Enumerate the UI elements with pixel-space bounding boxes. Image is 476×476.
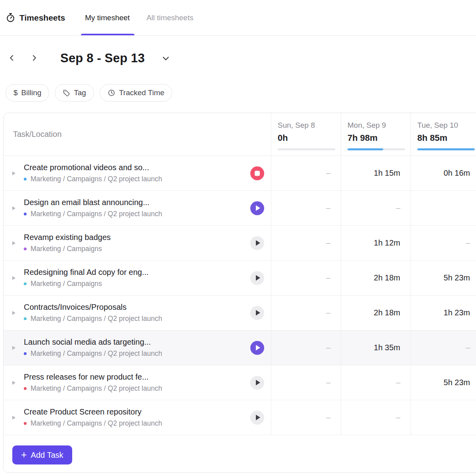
table-row[interactable]: Launch social media ads targeting... Mar… bbox=[4, 330, 476, 365]
task-cell: Create Product Screen repository Marketi… bbox=[4, 400, 271, 435]
breadcrumb-text: Marketing / Campaigns / Q2 project launc… bbox=[31, 315, 162, 323]
caret-right-icon[interactable] bbox=[12, 276, 15, 280]
time-cell-mon[interactable]: 1h 15m bbox=[341, 156, 411, 190]
timer-button[interactable] bbox=[250, 166, 264, 180]
caret-right-icon[interactable] bbox=[12, 206, 15, 210]
task-cell: Design an email blast announcing... Mark… bbox=[4, 191, 271, 225]
table-row[interactable]: Revamp existing badges Marketing / Campa… bbox=[4, 226, 476, 261]
add-task-button[interactable]: + Add Task bbox=[12, 445, 72, 464]
table-row[interactable]: Redesigning final Ad copy for eng... Mar… bbox=[4, 261, 476, 296]
time-cell-tue[interactable]: 1h 23m bbox=[411, 296, 476, 330]
timer-state-icon bbox=[256, 205, 260, 211]
timer-button[interactable] bbox=[250, 236, 264, 250]
time-cell-sun[interactable]: – bbox=[271, 400, 341, 435]
task-title[interactable]: Contracts/Invoices/Proposals bbox=[24, 303, 162, 312]
timer-button[interactable] bbox=[250, 271, 264, 285]
table-row[interactable]: Contracts/Invoices/Proposals Marketing /… bbox=[4, 296, 476, 330]
time-cell-tue[interactable] bbox=[411, 191, 476, 225]
clock-icon bbox=[107, 89, 115, 97]
task-cell: Redesigning final Ad copy for eng... Mar… bbox=[4, 261, 271, 295]
time-cell-sun[interactable]: – bbox=[271, 261, 341, 295]
tab-my-timesheet[interactable]: My timesheet bbox=[85, 0, 130, 35]
time-cell-tue[interactable]: 5h 23m bbox=[411, 365, 476, 400]
timer-state-icon bbox=[255, 171, 260, 176]
table-footer: + Add Task bbox=[4, 435, 476, 472]
timer-button[interactable] bbox=[250, 201, 264, 215]
date-range-dropdown[interactable]: Sep 8 - Sep 13 bbox=[60, 51, 170, 65]
time-cell-mon[interactable]: 1h 35m bbox=[341, 330, 411, 365]
time-cell-mon[interactable]: 2h 18m bbox=[341, 261, 411, 295]
time-cell-tue[interactable]: – bbox=[411, 330, 476, 365]
caret-right-icon[interactable] bbox=[12, 311, 15, 315]
task-title[interactable]: Launch social media ads targeting... bbox=[24, 338, 162, 347]
task-title[interactable]: Revamp existing badges bbox=[24, 233, 111, 242]
task-cell: Create promotional videos and so... Mark… bbox=[4, 156, 271, 190]
time-cell-mon[interactable]: 2h 18m bbox=[341, 296, 411, 330]
timesheet-table: Task/Location Sun, Sep 8 0h Mon, Sep 9 7… bbox=[3, 113, 476, 473]
time-cell-tue[interactable] bbox=[411, 400, 476, 435]
day-progress-fill bbox=[417, 148, 475, 150]
tracked-time-filter-chip[interactable]: Tracked Time bbox=[100, 84, 172, 102]
time-cell-mon[interactable]: – bbox=[341, 400, 411, 435]
task-breadcrumb: Marketing / Campaigns bbox=[24, 280, 149, 288]
day-total: 0h bbox=[278, 133, 335, 143]
breadcrumb-text: Marketing / Campaigns / Q2 project launc… bbox=[31, 384, 162, 393]
day-progress-track bbox=[278, 148, 335, 150]
add-task-label: Add Task bbox=[31, 451, 63, 460]
table-row[interactable]: Create Product Screen repository Marketi… bbox=[4, 400, 476, 435]
chevron-left-icon bbox=[8, 54, 15, 63]
task-title[interactable]: Press releases for new product fe... bbox=[24, 372, 162, 382]
day-label: Tue, Sep 10 bbox=[417, 121, 475, 130]
task-column-header: Task/Location bbox=[4, 113, 271, 155]
project-dot-icon bbox=[24, 248, 27, 250]
time-cell-mon[interactable]: – bbox=[341, 365, 411, 400]
time-cell-sun[interactable]: – bbox=[271, 296, 341, 330]
time-cell-sun[interactable]: – bbox=[271, 191, 341, 225]
caret-right-icon[interactable] bbox=[12, 416, 15, 420]
billing-filter-chip[interactable]: $ Billing bbox=[6, 84, 49, 102]
tag-filter-chip[interactable]: Tag bbox=[55, 84, 94, 102]
breadcrumb-text: Marketing / Campaigns / Q2 project launc… bbox=[31, 175, 162, 183]
caret-right-icon[interactable] bbox=[12, 171, 15, 175]
task-breadcrumb: Marketing / Campaigns / Q2 project launc… bbox=[24, 384, 162, 393]
dollar-icon: $ bbox=[13, 88, 18, 97]
timer-button[interactable] bbox=[250, 306, 264, 320]
task-breadcrumb: Marketing / Campaigns / Q2 project launc… bbox=[24, 419, 162, 428]
time-cell-tue[interactable]: – bbox=[411, 226, 476, 260]
time-cell-tue[interactable]: 0h 16m bbox=[411, 156, 476, 190]
caret-right-icon[interactable] bbox=[12, 381, 15, 385]
time-cell-tue[interactable]: 5h 23m bbox=[411, 261, 476, 295]
time-cell-sun[interactable]: – bbox=[271, 365, 341, 400]
table-row[interactable]: Create promotional videos and so... Mark… bbox=[4, 156, 476, 191]
caret-right-icon[interactable] bbox=[12, 346, 15, 350]
time-cell-mon[interactable]: – bbox=[341, 191, 411, 225]
next-week-button[interactable] bbox=[26, 50, 42, 66]
task-cell: Press releases for new product fe... Mar… bbox=[4, 365, 271, 400]
timer-state-icon bbox=[256, 240, 260, 246]
time-cell-sun[interactable]: – bbox=[271, 330, 341, 365]
task-title[interactable]: Create Product Screen repository bbox=[24, 407, 162, 416]
task-title[interactable]: Create promotional videos and so... bbox=[24, 163, 162, 172]
timer-state-icon bbox=[256, 380, 260, 386]
task-title[interactable]: Redesigning final Ad copy for eng... bbox=[24, 268, 149, 277]
time-cell-sun[interactable]: – bbox=[271, 156, 341, 190]
table-row[interactable]: Design an email blast announcing... Mark… bbox=[4, 191, 476, 226]
day-progress-fill bbox=[347, 148, 383, 150]
task-title[interactable]: Design an email blast announcing... bbox=[24, 198, 162, 207]
time-cell-sun[interactable]: – bbox=[271, 226, 341, 260]
caret-right-icon[interactable] bbox=[12, 241, 15, 245]
plus-icon: + bbox=[21, 449, 27, 461]
tracked-time-chip-label: Tracked Time bbox=[119, 88, 164, 97]
prev-week-button[interactable] bbox=[4, 50, 20, 66]
time-cell-mon[interactable]: 1h 12m bbox=[341, 226, 411, 260]
table-row[interactable]: Press releases for new product fe... Mar… bbox=[4, 365, 476, 400]
timer-button[interactable] bbox=[250, 341, 264, 355]
task-breadcrumb: Marketing / Campaigns bbox=[24, 245, 111, 253]
task-cell: Revamp existing badges Marketing / Campa… bbox=[4, 226, 271, 260]
table-header: Task/Location Sun, Sep 8 0h Mon, Sep 9 7… bbox=[4, 113, 476, 156]
tab-all-timesheets[interactable]: All timesheets bbox=[146, 0, 193, 35]
timer-button[interactable] bbox=[250, 411, 264, 424]
date-range-title: Sep 8 - Sep 13 bbox=[60, 51, 145, 65]
timer-button[interactable] bbox=[250, 376, 264, 390]
breadcrumb-text: Marketing / Campaigns / Q2 project launc… bbox=[31, 349, 162, 358]
